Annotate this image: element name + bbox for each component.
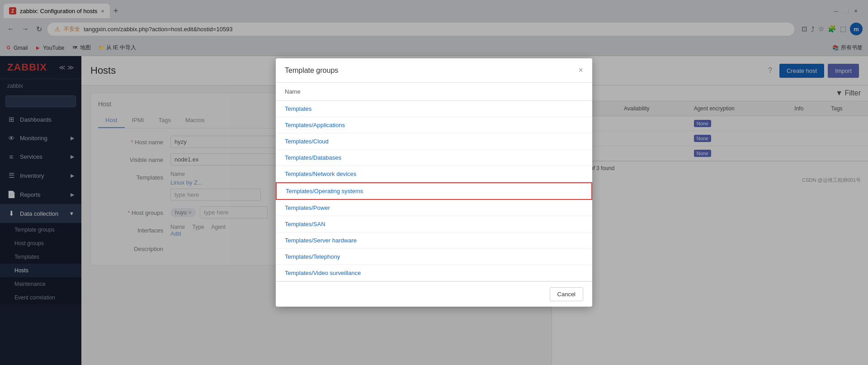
modal-close-button[interactable]: ×	[578, 66, 583, 75]
cancel-button[interactable]: Cancel	[550, 287, 583, 301]
modal-item-templates-operating-systems[interactable]: Templates/Operating systems	[276, 182, 592, 200]
template-groups-link[interactable]: Templates/Telephony	[285, 253, 340, 260]
template-groups-link[interactable]: Templates/Applications	[285, 122, 345, 128]
modal-body: Templates Templates/Applications Templat…	[276, 101, 592, 281]
modal-col-name: Name	[285, 88, 301, 95]
modal-item-templates-network-devices[interactable]: Templates/Network devices	[276, 166, 592, 182]
template-groups-link[interactable]: Templates/Power	[285, 204, 330, 211]
modal-overlay: Template groups × Name Templates Templat…	[0, 0, 868, 365]
modal-title: Template groups	[285, 66, 338, 75]
modal-item-templates[interactable]: Templates	[276, 101, 592, 117]
modal-item-templates-power[interactable]: Templates/Power	[276, 200, 592, 216]
modal-header-row: Name	[276, 83, 592, 101]
template-groups-modal: Template groups × Name Templates Templat…	[276, 58, 592, 307]
template-groups-link[interactable]: Templates/Databases	[285, 154, 341, 161]
modal-title-bar: Template groups ×	[276, 58, 592, 83]
modal-item-templates-video-surveillance[interactable]: Templates/Video surveillance	[276, 265, 592, 281]
modal-item-templates-databases[interactable]: Templates/Databases	[276, 150, 592, 166]
modal-item-templates-telephony[interactable]: Templates/Telephony	[276, 249, 592, 265]
template-groups-link[interactable]: Templates	[285, 105, 311, 112]
template-groups-link[interactable]: Templates/Operating systems	[286, 188, 363, 194]
modal-item-templates-applications[interactable]: Templates/Applications	[276, 117, 592, 133]
template-groups-link[interactable]: Templates/Cloud	[285, 138, 329, 145]
modal-item-templates-server-hardware[interactable]: Templates/Server hardware	[276, 232, 592, 249]
template-groups-link[interactable]: Templates/Server hardware	[285, 237, 357, 244]
template-groups-link[interactable]: Templates/SAN	[285, 221, 326, 228]
modal-footer: Cancel	[276, 281, 592, 307]
template-groups-link[interactable]: Templates/Network devices	[285, 171, 356, 177]
modal-item-templates-cloud[interactable]: Templates/Cloud	[276, 133, 592, 150]
template-groups-link[interactable]: Templates/Video surveillance	[285, 270, 361, 276]
modal-item-templates-san[interactable]: Templates/SAN	[276, 216, 592, 232]
